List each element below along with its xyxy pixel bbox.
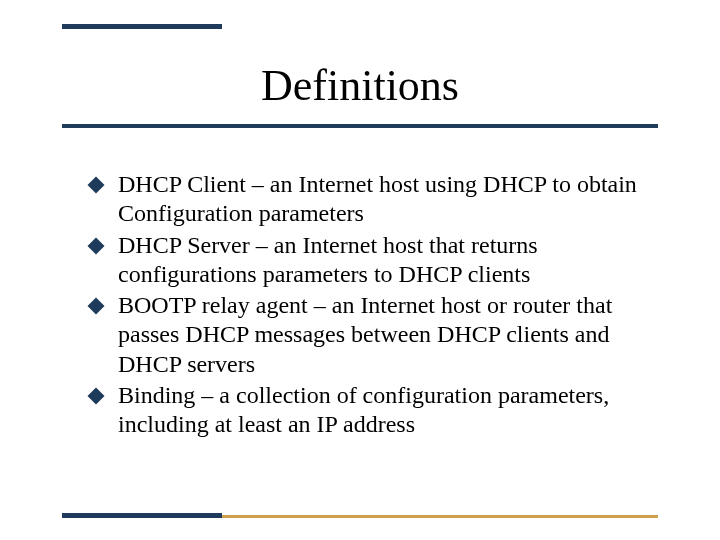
list-item-text: BOOTP relay agent – an Internet host or … <box>118 292 612 377</box>
slide: Definitions DHCP Client – an Internet ho… <box>0 0 720 540</box>
list-item-text: DHCP Server – an Internet host that retu… <box>118 232 538 287</box>
list-item: DHCP Client – an Internet host using DHC… <box>90 170 660 229</box>
list-item-text: DHCP Client – an Internet host using DHC… <box>118 171 637 226</box>
diamond-bullet-icon <box>88 298 105 315</box>
list-item: BOOTP relay agent – an Internet host or … <box>90 291 660 379</box>
list-item-text: Binding – a collection of configuration … <box>118 382 609 437</box>
slide-body: DHCP Client – an Internet host using DHC… <box>90 170 660 441</box>
diamond-bullet-icon <box>88 237 105 254</box>
diamond-bullet-icon <box>88 387 105 404</box>
slide-title: Definitions <box>0 60 720 111</box>
top-accent-rule <box>62 24 222 29</box>
list-item: Binding – a collection of configuration … <box>90 381 660 440</box>
title-underline-rule <box>62 124 658 128</box>
bottom-accent-rule <box>62 513 222 518</box>
diamond-bullet-icon <box>88 177 105 194</box>
list-item: DHCP Server – an Internet host that retu… <box>90 231 660 290</box>
